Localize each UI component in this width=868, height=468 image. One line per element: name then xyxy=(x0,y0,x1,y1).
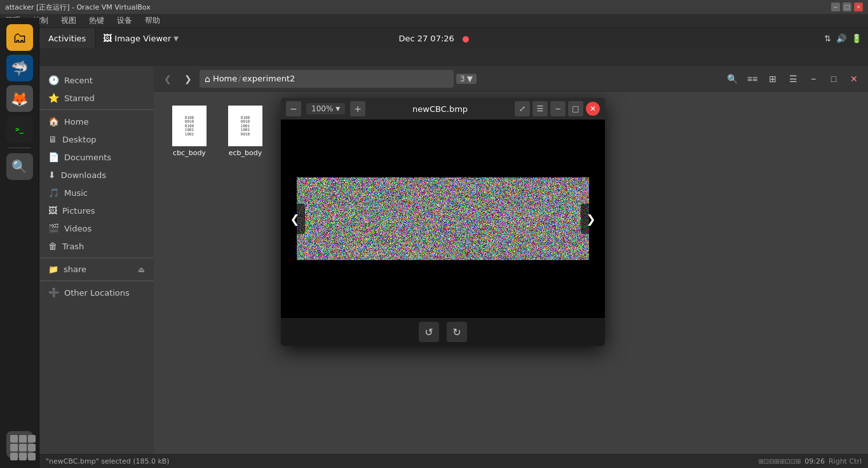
breadcrumb-folder[interactable]: experiment2 xyxy=(242,74,295,83)
search-button[interactable]: 🔍 xyxy=(723,70,741,88)
desktop-icon: 🖥 xyxy=(48,134,57,144)
menu-hotkey[interactable]: 热键 xyxy=(86,14,107,27)
zoom-in-button[interactable]: + xyxy=(350,101,365,116)
downloads-icon: ⬇ xyxy=(48,170,56,180)
sidebar-item-downloads[interactable]: ⬇ Downloads xyxy=(39,166,154,184)
sidebar-item-share[interactable]: 📁 share ⏏ xyxy=(39,261,154,278)
sidebar-downloads-label: Downloads xyxy=(61,170,106,180)
iv-overflow-button[interactable]: ☰ xyxy=(532,101,548,116)
menu-view[interactable]: 视图 xyxy=(58,14,79,27)
image-viewer-button[interactable]: 🖼 Image Viewer ▼ xyxy=(95,33,186,43)
toolbar: ❮ ❯ ⌂ Home / experiment2 3 ▼ 🔍 ≡≡ ⊞ ☰ − xyxy=(154,66,868,92)
sidebar-item-home[interactable]: 🏠 Home xyxy=(39,113,154,130)
iv-fullscreen-button[interactable]: ⤢ xyxy=(515,101,530,116)
forward-button[interactable]: ❯ xyxy=(179,70,197,88)
window-close-btn[interactable]: ✕ xyxy=(845,70,863,88)
sidebar-divider-3 xyxy=(39,280,154,281)
image-search-icon[interactable]: 🔍 xyxy=(6,153,33,180)
image-viewer-popup: − 100% ▼ + newCBC.bmp ⤢ ☰ − □ ✕ xyxy=(281,98,605,346)
videos-icon: 🎬 xyxy=(48,223,59,233)
music-icon: 🎵 xyxy=(48,188,59,198)
rotate-right-button[interactable]: ↻ xyxy=(447,322,467,342)
sidebar-item-documents[interactable]: 📄 Documents xyxy=(39,148,154,166)
vbox-close-btn[interactable]: ✕ xyxy=(854,3,863,11)
sidebar-divider-1 xyxy=(39,109,154,110)
vbox-maximize-btn[interactable]: □ xyxy=(843,3,851,11)
sidebar-item-starred[interactable]: ⭐ Starred xyxy=(39,89,154,107)
other-locations-icon: ➕ xyxy=(48,287,59,298)
sidebar-recent-label: Recent xyxy=(64,76,93,85)
sidebar: 🕐 Recent ⭐ Starred 🏠 Home 🖥 Desktop 📄 Do… xyxy=(39,66,154,454)
iv-filename: newCBC.bmp xyxy=(412,104,468,114)
sidebar-pictures-label: Pictures xyxy=(62,206,95,216)
menu-devices[interactable]: 设备 xyxy=(114,14,135,27)
iv-titlebar-right: ⤢ ☰ − □ ✕ xyxy=(515,101,600,116)
sidebar-item-music[interactable]: 🎵 Music xyxy=(39,184,154,202)
sidebar-divider-2 xyxy=(39,258,154,258)
iv-image-canvas xyxy=(297,177,589,260)
shark-icon[interactable]: 🦈 xyxy=(6,55,33,81)
rotate-left-button[interactable]: ↺ xyxy=(419,322,439,342)
window-restore-btn[interactable]: □ xyxy=(825,70,843,88)
home-icon: 🏠 xyxy=(48,116,59,127)
list-view-button[interactable]: ≡≡ xyxy=(743,70,761,88)
view-options-button[interactable]: ⊞ xyxy=(764,70,782,88)
starred-icon: ⭐ xyxy=(48,93,59,103)
breadcrumb: ⌂ Home / experiment2 xyxy=(200,70,454,88)
sidebar-documents-label: Documents xyxy=(64,153,111,162)
sidebar-item-desktop[interactable]: 🖥 Desktop xyxy=(39,130,154,148)
image-viewer-icon: 🖼 xyxy=(103,33,112,43)
iv-body: ❮ ❯ xyxy=(281,120,605,318)
file-cbc-body-thumb: 01000010010010011001 xyxy=(169,106,210,146)
iv-next-button[interactable]: ❯ xyxy=(581,203,601,234)
iv-prev-button[interactable]: ❮ xyxy=(285,203,305,234)
iv-minimize-button[interactable]: − xyxy=(550,101,566,116)
image-viewer-label: Image Viewer xyxy=(114,34,171,43)
breadcrumb-home[interactable]: Home xyxy=(213,74,237,83)
files-icon[interactable]: 🗂 xyxy=(6,24,33,51)
vbox-titlebar: attacker [正在运行] - Oracle VM VirtualBox −… xyxy=(0,0,868,14)
menu-help[interactable]: 帮助 xyxy=(142,14,163,27)
menu-button[interactable]: ☰ xyxy=(784,70,802,88)
sidebar-item-other-locations[interactable]: ➕ Other Locations xyxy=(39,284,154,301)
file-count-badge[interactable]: 3 ▼ xyxy=(456,74,477,84)
file-ecb-body[interactable]: 01000010100110010010 ecb_body xyxy=(220,102,271,170)
file-manager: 🕐 Recent ⭐ Starred 🏠 Home 🖥 Desktop 📄 Do… xyxy=(39,66,868,454)
back-button[interactable]: ❮ xyxy=(159,70,177,88)
zoom-level-display[interactable]: 100% ▼ xyxy=(306,103,345,114)
breadcrumb-sep-1: / xyxy=(238,74,241,83)
iv-titlebar: − 100% ▼ + newCBC.bmp ⤢ ☰ − □ ✕ xyxy=(281,98,605,120)
sidebar-item-pictures[interactable]: 🖼 Pictures xyxy=(39,202,154,219)
share-icon: 📁 xyxy=(48,265,58,274)
terminal-icon[interactable]: >_ xyxy=(6,116,33,142)
recent-icon: 🕐 xyxy=(48,75,59,85)
right-ctrl-label: Right Ctrl xyxy=(829,457,862,465)
sidebar-item-videos[interactable]: 🎬 Videos xyxy=(39,219,154,237)
firefox-icon[interactable]: 🦊 xyxy=(6,85,33,112)
window-minimize-btn[interactable]: − xyxy=(804,70,822,88)
sidebar-item-trash[interactable]: 🗑 Trash xyxy=(39,237,154,255)
volume-icon: 🔊 xyxy=(836,34,846,43)
taskbar-time: 09:26 xyxy=(804,457,825,465)
sidebar-home-label: Home xyxy=(64,117,88,127)
sidebar-desktop-label: Desktop xyxy=(62,135,97,144)
file-grid: 01000010010010011001 cbc_body 0100001010… xyxy=(154,92,868,454)
share-eject-icon: ⏏ xyxy=(138,265,145,274)
iv-restore-button[interactable]: □ xyxy=(568,101,583,116)
dock-divider xyxy=(8,148,31,148)
iv-close-button[interactable]: ✕ xyxy=(586,102,600,116)
zoom-out-button[interactable]: − xyxy=(286,101,301,116)
sidebar-share-label: share xyxy=(64,265,86,274)
vbox-minimize-btn[interactable]: − xyxy=(831,3,840,11)
sidebar-other-locations-label: Other Locations xyxy=(64,288,130,298)
apps-grid-button[interactable] xyxy=(6,431,33,458)
sidebar-item-recent[interactable]: 🕐 Recent xyxy=(39,71,154,89)
file-cbc-body[interactable]: 01000010010010011001 cbc_body xyxy=(164,102,215,170)
file-cbc-body-label: cbc_body xyxy=(173,149,206,157)
activities-button[interactable]: Activities xyxy=(39,28,95,48)
app-bar: Activities 🖼 Image Viewer ▼ Dec 27 07:26… xyxy=(0,28,868,48)
main-content: ❮ ❯ ⌂ Home / experiment2 3 ▼ 🔍 ≡≡ ⊞ ☰ − xyxy=(154,66,868,454)
vbox-title: attacker [正在运行] - Oracle VM VirtualBox xyxy=(5,3,151,12)
iv-footer: ↺ ↻ xyxy=(281,318,605,346)
datetime-display: Dec 27 07:26 ● xyxy=(398,34,469,43)
